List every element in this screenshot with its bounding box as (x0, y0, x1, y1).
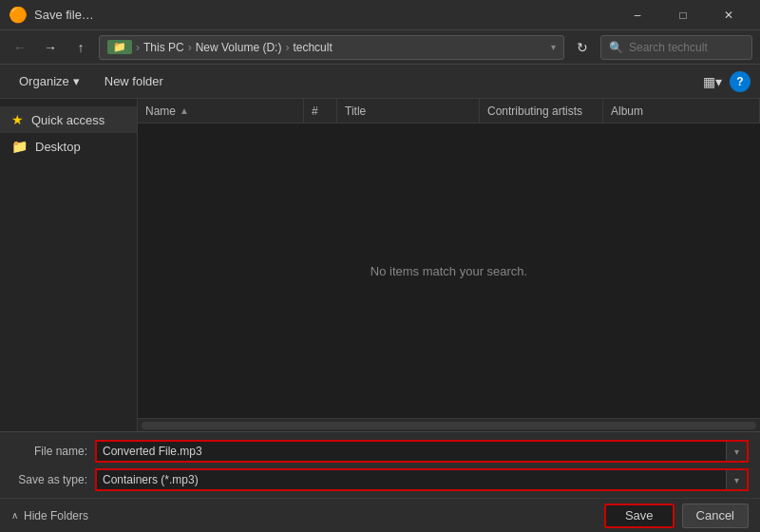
breadcrumb-volume[interactable]: New Volume (D:) (196, 41, 282, 54)
col-header-contributing-artists[interactable]: Contributing artists (480, 99, 603, 123)
breadcrumb-root-icon: 📁 (107, 40, 132, 54)
maximize-button[interactable]: □ (661, 0, 705, 30)
breadcrumb-dropdown[interactable]: ▾ (551, 42, 556, 52)
new-folder-button[interactable]: New folder (95, 68, 173, 95)
breadcrumb[interactable]: 📁 › This PC › New Volume (D:) › techcult… (99, 35, 564, 60)
sidebar: ★ Quick access 📁 Desktop (0, 99, 138, 431)
bottom-area: File name: ▾ Save as type: ▾ (0, 431, 760, 498)
sidebar-label-quick-access: Quick access (31, 113, 104, 127)
sidebar-item-quick-access[interactable]: ★ Quick access (0, 106, 137, 133)
main-content: ★ Quick access 📁 Desktop Name ▲ # Title … (0, 99, 760, 431)
breadcrumb-sep-2: › (188, 41, 192, 54)
file-list-body: No items match your search. (138, 124, 760, 418)
organize-label: Organize (19, 74, 69, 88)
title-bar-controls: – □ ✕ (616, 0, 750, 30)
save-as-type-input-wrapper: ▾ (95, 468, 749, 491)
app-icon: 🟠 (10, 7, 27, 24)
col-header-album[interactable]: Album (603, 99, 760, 123)
breadcrumb-sep-1: › (136, 41, 140, 54)
quick-access-icon: ★ (11, 112, 24, 127)
close-button[interactable]: ✕ (707, 0, 750, 30)
sidebar-item-desktop[interactable]: 📁 Desktop (0, 133, 137, 160)
save-as-type-dropdown[interactable]: ▾ (726, 470, 747, 489)
col-header-name[interactable]: Name ▲ (138, 99, 304, 123)
view-arrow: ▾ (715, 74, 722, 89)
file-list-header: Name ▲ # Title Contributing artists Albu… (138, 99, 760, 124)
file-name-row: File name: ▾ (11, 440, 749, 463)
title-bar-text: Save file… (34, 8, 616, 22)
scroll-track (142, 422, 756, 429)
view-icon: ▦ (703, 74, 715, 89)
sidebar-label-desktop: Desktop (35, 140, 81, 154)
search-icon: 🔍 (609, 41, 623, 54)
up-button[interactable]: ↑ (68, 35, 93, 60)
file-name-input-wrapper: ▾ (95, 440, 749, 463)
toolbar: Organize ▾ New folder ▦ ▾ ? (0, 65, 760, 99)
title-bar: 🟠 Save file… – □ ✕ (0, 0, 760, 30)
file-name-input[interactable] (97, 442, 726, 461)
footer-buttons: Save Cancel (604, 504, 749, 528)
forward-button[interactable]: → (38, 35, 63, 60)
save-as-type-input[interactable] (97, 470, 726, 489)
refresh-button[interactable]: ↻ (570, 35, 595, 60)
organize-arrow: ▾ (73, 74, 80, 88)
view-button[interactable]: ▦ ▾ (699, 68, 726, 95)
hide-folders-arrow: ∧ (11, 510, 18, 521)
save-as-type-row: Save as type: ▾ (11, 468, 749, 491)
breadcrumb-thispc[interactable]: This PC (143, 41, 184, 54)
breadcrumb-sep-3: › (285, 41, 289, 54)
file-list: Name ▲ # Title Contributing artists Albu… (138, 99, 760, 431)
toolbar-right: ▦ ▾ ? (699, 68, 750, 95)
search-input[interactable] (629, 41, 743, 54)
breadcrumb-techcult[interactable]: techcult (293, 41, 332, 54)
file-name-dropdown[interactable]: ▾ (726, 442, 747, 461)
search-bar[interactable]: 🔍 (600, 35, 752, 60)
cancel-button[interactable]: Cancel (682, 504, 749, 528)
col-header-title[interactable]: Title (337, 99, 480, 123)
footer: ∧ Hide Folders Save Cancel (0, 498, 760, 532)
nav-bar: ← → ↑ 📁 › This PC › New Volume (D:) › te… (0, 30, 760, 65)
col-header-num[interactable]: # (304, 99, 337, 123)
hide-folders-label: Hide Folders (24, 509, 88, 522)
file-name-label: File name: (11, 445, 87, 458)
save-button[interactable]: Save (604, 504, 674, 528)
sort-arrow-name: ▲ (180, 105, 189, 116)
minimize-button[interactable]: – (616, 0, 659, 30)
organize-button[interactable]: Organize ▾ (10, 68, 89, 95)
hide-folders[interactable]: ∧ Hide Folders (11, 509, 88, 522)
help-button[interactable]: ? (730, 71, 750, 92)
empty-message: No items match your search. (370, 264, 527, 278)
save-as-type-label: Save as type: (11, 473, 87, 486)
horizontal-scrollbar[interactable] (138, 418, 760, 431)
back-button[interactable]: ← (8, 35, 32, 60)
desktop-folder-icon: 📁 (11, 139, 28, 154)
new-folder-label: New folder (104, 74, 163, 88)
